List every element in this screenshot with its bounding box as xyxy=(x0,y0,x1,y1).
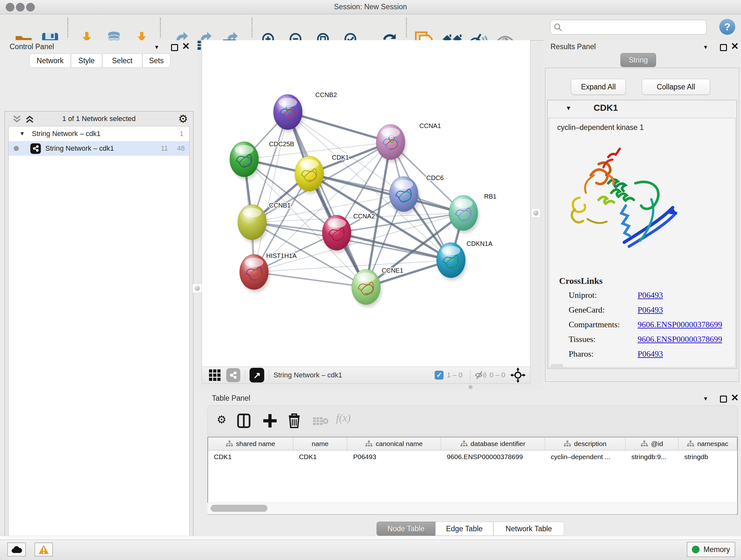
panel-menu-icon[interactable]: ▾ xyxy=(704,395,707,402)
column-header--id[interactable]: @id xyxy=(625,437,678,450)
table-cell[interactable]: stringdb xyxy=(678,450,737,463)
table-cell[interactable]: P06493 xyxy=(347,450,441,463)
horizontal-splitter-handle[interactable] xyxy=(468,385,473,389)
tab-sets[interactable]: Sets xyxy=(142,54,171,68)
tab-network-table[interactable]: Network Table xyxy=(493,522,564,536)
float-panel-icon[interactable] xyxy=(720,44,727,51)
panel-menu-icon[interactable]: ▾ xyxy=(155,43,158,51)
cloud-icon xyxy=(11,545,22,554)
column-header-shared-name[interactable]: shared name xyxy=(208,437,293,450)
close-panel-icon[interactable]: ✕ xyxy=(731,394,739,401)
delete-column-trash-icon[interactable] xyxy=(287,413,301,429)
grid-view-icon[interactable] xyxy=(209,369,220,381)
tab-edge-table[interactable]: Edge Table xyxy=(435,522,493,536)
open-in-new-window-icon[interactable]: ↗ xyxy=(250,368,264,382)
panel-menu-icon[interactable]: ▾ xyxy=(704,43,707,51)
selected-checkbox-icon[interactable]: ✓ xyxy=(434,371,444,380)
tab-string[interactable]: String xyxy=(620,53,656,67)
show-columns-icon[interactable] xyxy=(237,414,251,428)
float-panel-icon[interactable] xyxy=(171,44,178,51)
network-tree-box: 1 of 1 Network selected ⚙ ▼ String Netwo… xyxy=(4,111,193,560)
column-header-canonical-name[interactable]: canonical name xyxy=(347,437,441,450)
right-splitter-handle[interactable] xyxy=(531,208,541,218)
expand-all-button[interactable]: Expand All xyxy=(571,79,626,95)
network-status-bar: ↗ String Network – cdk1 ✓ 1 – 0 0 – 0 xyxy=(202,367,530,384)
table-cell[interactable]: stringdb:9... xyxy=(625,450,678,463)
gear-icon[interactable]: ⚙ xyxy=(179,113,188,124)
network-node-cdkn1a[interactable]: CDKN1A xyxy=(436,240,493,281)
tab-node-table[interactable]: Node Table xyxy=(377,522,435,536)
control-panel: Control Panel ▾ ✕ Network Style Select S… xyxy=(0,40,198,533)
delete-table-icon[interactable] xyxy=(313,416,329,426)
window-title: Session: New Session xyxy=(0,3,741,11)
table-cell[interactable]: cyclin–dependent ... xyxy=(545,450,626,463)
close-panel-icon[interactable]: ✕ xyxy=(182,43,190,50)
network-overview-icon[interactable] xyxy=(226,368,240,382)
table-horizontal-scrollbar[interactable] xyxy=(207,503,737,514)
tab-style[interactable]: Style xyxy=(71,54,102,68)
network-node-hist1h1a[interactable]: HIST1H1A xyxy=(240,252,297,293)
network-node-ccna2[interactable]: CCNA2 xyxy=(322,212,375,253)
section-collapse-icon[interactable]: ▼ xyxy=(565,105,571,112)
crosshair-icon[interactable] xyxy=(510,368,526,383)
current-network-dot-icon xyxy=(14,146,19,151)
column-model-icon xyxy=(365,441,373,447)
close-panel-icon[interactable]: ✕ xyxy=(731,43,739,50)
collapse-all-button[interactable]: Collapse All xyxy=(642,79,710,95)
column-header-namespac[interactable]: namespac xyxy=(678,437,737,450)
crosslink-link[interactable]: P06493 xyxy=(637,291,663,300)
cloud-status-button[interactable] xyxy=(7,543,26,557)
crosslink-row: Uniprot:P06493 xyxy=(569,291,663,300)
table-settings-gear-icon[interactable]: ⚙ xyxy=(217,414,226,425)
create-column-plus-icon[interactable] xyxy=(263,414,277,428)
collection-count: 1 xyxy=(180,130,184,138)
warnings-button[interactable] xyxy=(35,543,53,557)
main-toolbar: ? xyxy=(0,14,741,41)
memory-button[interactable]: Memory xyxy=(687,542,735,557)
table-cell[interactable]: CDK1 xyxy=(293,450,347,463)
tree-expand-icon[interactable]: ▼ xyxy=(19,131,25,137)
title-bar: Session: New Session xyxy=(0,0,741,14)
search-input[interactable] xyxy=(562,23,706,32)
column-header-database-identifier[interactable]: database identifier xyxy=(441,437,545,450)
crosslink-link[interactable]: 9606.ENSP00000378699 xyxy=(637,320,722,329)
toolbar-separator xyxy=(406,17,407,37)
network-row-selected[interactable]: String Network – cdk1 11 48 xyxy=(9,141,189,156)
gene-detail-box: cyclin–dependent kinase 1 xyxy=(549,118,736,368)
network-node-rb1[interactable]: RB1 xyxy=(449,193,496,233)
network-edge xyxy=(254,272,366,287)
crosslink-label: Uniprot: xyxy=(569,291,637,300)
column-header-name[interactable]: name xyxy=(293,437,347,450)
hidden-eye-slash-icon[interactable] xyxy=(475,371,486,380)
tab-network[interactable]: Network xyxy=(29,54,71,68)
crosslink-row: GeneCard:P06493 xyxy=(569,305,663,315)
crosslink-label: Pharos: xyxy=(569,349,637,359)
network-node-ccne1[interactable]: CCNE1 xyxy=(352,267,403,307)
network-edge xyxy=(288,112,366,287)
help-button[interactable]: ? xyxy=(719,19,735,35)
results-scrollbar-stub[interactable] xyxy=(551,364,563,367)
float-panel-icon[interactable] xyxy=(720,395,727,402)
toolbar-separator xyxy=(160,17,161,37)
crosslink-link[interactable]: P06493 xyxy=(637,349,663,359)
table-row[interactable]: CDK1CDK1P064939606.ENSP00000378699cyclin… xyxy=(208,450,737,463)
node-label-rb1: RB1 xyxy=(484,193,496,200)
column-model-icon xyxy=(641,441,648,447)
network-node-ccnb2[interactable]: CCNB2 xyxy=(273,91,337,132)
network-collection-row[interactable]: ▼ String Network – cdk1 1 xyxy=(9,126,189,141)
tab-select[interactable]: Select xyxy=(102,54,142,68)
network-node-cdc6[interactable]: CDC6 xyxy=(389,174,444,214)
crosslink-link[interactable]: P06493 xyxy=(637,305,663,315)
left-splitter-handle[interactable] xyxy=(192,284,202,293)
memory-status-dot-icon xyxy=(692,546,699,553)
crosslink-row: Tissues:9606.ENSP00000378699 xyxy=(569,334,722,344)
table-cell[interactable]: CDK1 xyxy=(208,450,293,463)
network-node-ccna1[interactable]: CCNA1 xyxy=(376,122,441,163)
table-cell[interactable]: 9606.ENSP00000378699 xyxy=(441,450,545,463)
network-selected-status: 1 of 1 Network selected xyxy=(5,115,193,123)
crosslink-link[interactable]: 9606.ENSP00000378699 xyxy=(637,334,722,344)
function-builder-icon[interactable]: f(x) xyxy=(336,412,351,424)
scrollbar-thumb[interactable] xyxy=(211,505,267,512)
column-header-description[interactable]: description xyxy=(545,437,626,450)
network-canvas[interactable]: CCNB2CCNA1CDC25BCDK1CDC6RB1CCNB1CCNA2CDK… xyxy=(202,40,530,367)
